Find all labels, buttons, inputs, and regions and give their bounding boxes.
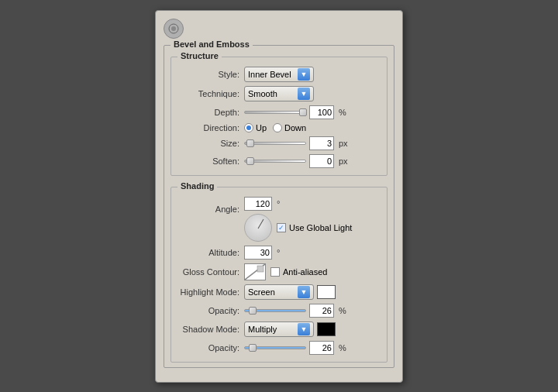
- soften-label: Soften:: [177, 156, 239, 166]
- style-row: Style: Inner Bevel ▼: [177, 67, 381, 82]
- structure-group: Structure Style: Inner Bevel ▼ Technique…: [170, 57, 388, 176]
- technique-label: Technique:: [177, 89, 239, 98]
- shadow-opacity-unit: %: [339, 343, 346, 352]
- global-light-label: Use Global Light: [289, 223, 352, 232]
- soften-row: Soften: 0 px: [177, 154, 381, 168]
- depth-row: Depth: 100 %: [177, 105, 381, 119]
- technique-value: Smooth: [248, 89, 277, 98]
- direction-down-radio[interactable]: Down: [273, 123, 306, 132]
- dial-line: [258, 218, 264, 229]
- svg-rect-3: [257, 266, 264, 272]
- global-light-checkbox-item[interactable]: ✓ Use Global Light: [277, 223, 352, 232]
- anti-aliased-checkbox-item[interactable]: Anti-aliased: [270, 267, 327, 277]
- angle-col: 120 ° ✓ Use Global Light: [244, 197, 352, 242]
- bevel-emboss-group: Bevel and Emboss Structure Style: Inner …: [164, 45, 394, 368]
- style-dropdown-arrow: ▼: [298, 68, 310, 81]
- angle-row: Angle: 120 ° ✓ Use Global Light: [177, 197, 381, 242]
- shadow-mode-value: Multiply: [248, 325, 277, 334]
- angle-dial[interactable]: [244, 214, 272, 242]
- altitude-row: Altitude: 30 °: [177, 246, 381, 260]
- style-dropdown[interactable]: Inner Bevel ▼: [244, 67, 314, 82]
- gloss-contour-controls: Anti-aliased: [244, 263, 327, 280]
- shadow-opacity-thumb[interactable]: [249, 344, 257, 352]
- global-light-checkbox[interactable]: ✓: [277, 223, 286, 232]
- gloss-contour-label: Gloss Contour:: [177, 267, 239, 277]
- highlight-mode-value: Screen: [248, 287, 275, 297]
- highlight-opacity-unit: %: [339, 306, 346, 315]
- bevel-emboss-title: Bevel and Emboss: [170, 40, 253, 49]
- depth-input[interactable]: 100: [309, 105, 334, 119]
- direction-up-circle: [244, 123, 253, 132]
- size-slider-thumb[interactable]: [246, 139, 254, 147]
- technique-dropdown-arrow: ▼: [298, 88, 310, 100]
- svg-point-1: [171, 26, 176, 31]
- shadow-opacity-input[interactable]: 26: [309, 341, 334, 355]
- soften-slider-container: 0 px: [244, 154, 348, 168]
- direction-label: Direction:: [177, 123, 239, 132]
- shadow-color-swatch[interactable]: [317, 322, 336, 336]
- depth-slider-track[interactable]: [244, 111, 306, 114]
- soften-slider-thumb[interactable]: [246, 157, 254, 165]
- shadow-opacity-track[interactable]: [244, 346, 306, 349]
- shadow-opacity-row: Opacity: 26 %: [177, 341, 381, 355]
- soften-unit: px: [339, 156, 348, 166]
- anti-aliased-label: Anti-aliased: [283, 267, 327, 277]
- altitude-unit: °: [277, 248, 280, 257]
- highlight-mode-label: Highlight Mode:: [177, 287, 239, 297]
- highlight-opacity-thumb[interactable]: [249, 307, 257, 315]
- bevel-emboss-panel: Bevel and Emboss Structure Style: Inner …: [155, 10, 403, 383]
- gloss-contour-row: Gloss Contour: Anti-aliased: [177, 263, 381, 280]
- shadow-mode-dropdown[interactable]: Multiply ▼: [244, 322, 314, 337]
- soften-input[interactable]: 0: [309, 154, 334, 168]
- highlight-mode-row: Highlight Mode: Screen ▼: [177, 284, 381, 300]
- altitude-input-row: 30 °: [244, 246, 280, 260]
- style-value: Inner Bevel: [248, 70, 291, 79]
- structure-title: Structure: [177, 51, 222, 60]
- altitude-label: Altitude:: [177, 248, 239, 257]
- gloss-contour-swatch[interactable]: [244, 263, 266, 280]
- layer-thumbnail: [164, 19, 184, 39]
- anti-aliased-checkbox[interactable]: [270, 267, 280, 277]
- direction-row: Direction: Up Down: [177, 123, 381, 132]
- highlight-mode-arrow: ▼: [298, 286, 310, 298]
- direction-up-label: Up: [256, 123, 267, 132]
- direction-down-label: Down: [284, 123, 306, 132]
- size-slider-track[interactable]: [244, 142, 306, 145]
- depth-unit: %: [339, 108, 346, 117]
- highlight-mode-dropdown[interactable]: Screen ▼: [244, 284, 314, 300]
- shadow-mode-controls: Multiply ▼: [244, 322, 336, 337]
- highlight-opacity-slider-container: 26 %: [244, 304, 346, 318]
- highlight-opacity-row: Opacity: 26 %: [177, 304, 381, 318]
- depth-label: Depth:: [177, 108, 239, 117]
- angle-unit: °: [277, 199, 280, 208]
- soften-slider-track[interactable]: [244, 160, 306, 163]
- angle-input-row: 120 °: [244, 197, 352, 211]
- direction-up-radio[interactable]: Up: [244, 123, 267, 132]
- highlight-opacity-label: Opacity:: [177, 306, 239, 315]
- shadow-opacity-label: Opacity:: [177, 343, 239, 352]
- highlight-color-swatch[interactable]: [317, 285, 336, 299]
- shadow-mode-label: Shadow Mode:: [177, 325, 239, 334]
- style-label: Style:: [177, 70, 239, 79]
- depth-slider-thumb[interactable]: [299, 108, 307, 116]
- shading-title: Shading: [177, 181, 217, 191]
- shadow-mode-arrow: ▼: [298, 323, 310, 335]
- highlight-mode-controls: Screen ▼: [244, 284, 336, 300]
- shading-group: Shading Angle: 120 ° ✓ Use Gl: [170, 187, 388, 363]
- technique-row: Technique: Smooth ▼: [177, 86, 381, 101]
- direction-radio-group: Up Down: [244, 123, 306, 132]
- angle-input[interactable]: 120: [244, 197, 272, 211]
- size-input[interactable]: 3: [309, 136, 334, 150]
- technique-dropdown[interactable]: Smooth ▼: [244, 86, 314, 101]
- direction-down-circle: [273, 123, 282, 132]
- size-row: Size: 3 px: [177, 136, 381, 150]
- highlight-opacity-track[interactable]: [244, 309, 306, 312]
- highlight-opacity-input[interactable]: 26: [309, 304, 334, 318]
- size-slider-container: 3 px: [244, 136, 348, 150]
- shadow-opacity-slider-container: 26 %: [244, 341, 346, 355]
- angle-label: Angle:: [177, 197, 239, 214]
- shadow-mode-row: Shadow Mode: Multiply ▼: [177, 322, 381, 337]
- altitude-input[interactable]: 30: [244, 246, 272, 260]
- depth-slider-container: 100 %: [244, 105, 346, 119]
- global-light-row: ✓ Use Global Light: [244, 214, 352, 242]
